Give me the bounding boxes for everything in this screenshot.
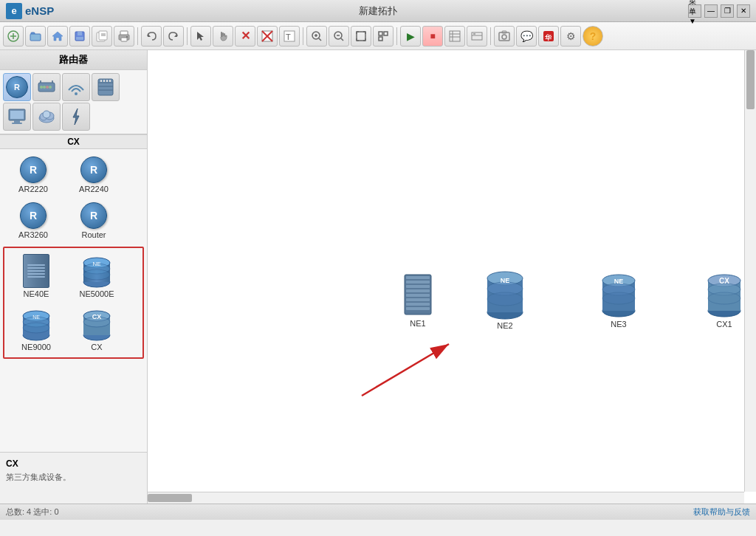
svg-text:华: 华 (544, 34, 552, 41)
svg-point-16 (126, 36, 128, 38)
ar2220-label: AR2220 (18, 185, 48, 193)
sidebar-scroll-area[interactable]: R AR2220 R AR2240 R AR3260 R Router (0, 149, 147, 452)
svg-point-62 (46, 86, 49, 89)
screenshot-btn[interactable] (494, 26, 515, 47)
help-btn[interactable]: ? (583, 26, 603, 47)
device-NE9000[interactable]: NE NE9000 (7, 304, 65, 354)
ne2-icon: NE (484, 268, 526, 320)
select-btn[interactable] (190, 26, 211, 47)
status-count: 总数: 4 选中: 0 (6, 506, 59, 518)
start-btn[interactable]: ▶ (400, 26, 421, 47)
device-NE5000E[interactable]: NE NE5000E (68, 251, 126, 301)
svg-rect-78 (12, 123, 22, 124)
sidebar-icons-top: R (0, 70, 147, 134)
restore-btn[interactable]: ❐ (721, 4, 734, 18)
hand-btn[interactable] (213, 26, 233, 47)
cx1-label: CX1 (716, 320, 732, 329)
topo-diagram-btn[interactable] (467, 26, 487, 47)
sidebar-pc-type-btn[interactable] (3, 103, 31, 131)
device-AR2240[interactable]: R AR2240 (65, 154, 123, 196)
status-help[interactable]: 获取帮助与反馈 (693, 506, 750, 518)
ar3260-label: AR3260 (18, 230, 48, 239)
text-btn[interactable]: T (279, 26, 300, 47)
ne2-label: NE2 (497, 321, 512, 330)
logo-e: e (6, 3, 22, 19)
svg-rect-35 (357, 32, 365, 41)
canvas-arrow (148, 50, 756, 504)
config-table-btn[interactable] (444, 26, 465, 47)
save-as-btn[interactable] (92, 26, 112, 47)
canvas-vscrollbar[interactable] (744, 50, 756, 492)
canvas-device-CX1[interactable]: CX CX1 (705, 270, 743, 329)
zoom-area-btn[interactable] (306, 26, 327, 47)
vscroll-thumb[interactable] (746, 50, 755, 109)
sidebar-switch-type-btn[interactable] (32, 73, 61, 101)
canvas-hscrollbar[interactable] (148, 492, 744, 504)
close-btn[interactable]: ✕ (737, 4, 750, 18)
zoom-out-btn[interactable] (329, 26, 349, 47)
print-btn[interactable] (114, 26, 134, 47)
canvas-device-NE2[interactable]: NE NE2 (484, 268, 526, 330)
sidebar-firewall-type-btn[interactable] (92, 73, 120, 101)
svg-line-129 (362, 344, 449, 396)
undo-btn[interactable] (141, 26, 162, 47)
svg-text:NE: NE (92, 261, 100, 267)
canvas-device-NE3[interactable]: NE NE3 (599, 270, 638, 329)
fit-btn[interactable] (351, 26, 371, 47)
svg-point-82 (43, 111, 50, 118)
canvas-device-NE1[interactable]: NE1 (399, 272, 437, 328)
device-Router[interactable]: R Router (65, 199, 123, 242)
pc-icon (7, 106, 27, 127)
canvas-area[interactable]: NE1 NE NE2 (148, 50, 756, 504)
svg-text:CX: CX (719, 277, 729, 285)
svg-rect-53 (473, 33, 475, 35)
settings-btn[interactable]: ⚙ (560, 26, 581, 47)
ne1-label: NE1 (410, 319, 425, 328)
svg-line-29 (319, 38, 321, 41)
svg-rect-109 (406, 307, 430, 310)
open-topology-btn[interactable] (25, 26, 46, 47)
minimize-btn[interactable]: — (704, 4, 718, 18)
svg-point-94 (23, 323, 49, 333)
sidebar-bottom: CX 第三方集成设备。 (0, 452, 147, 504)
device-CX-sidebar[interactable]: CX CX (68, 304, 126, 354)
svg-rect-77 (14, 120, 20, 123)
device-AR3260[interactable]: R AR3260 (4, 199, 62, 242)
hscroll-thumb[interactable] (148, 494, 192, 502)
svg-point-60 (40, 86, 43, 89)
sidebar-wireless-type-btn[interactable] (62, 73, 90, 101)
custom-btn[interactable] (373, 26, 394, 47)
svg-point-114 (487, 292, 523, 306)
svg-rect-105 (406, 289, 430, 292)
brand-btn[interactable]: 华 (538, 26, 559, 47)
svg-point-88 (83, 269, 110, 280)
redo-btn[interactable] (163, 26, 184, 47)
ne40e-icon (23, 254, 49, 288)
message-btn[interactable]: 💬 (516, 26, 537, 47)
cx-divider-label: CX (0, 134, 147, 149)
sidebar-router-type-btn[interactable]: R (3, 73, 31, 101)
wireless-icon (66, 77, 86, 97)
menu-btn[interactable]: 菜 单▼ (688, 4, 701, 18)
device-NE40E[interactable]: NE40E (7, 251, 65, 301)
svg-rect-44 (379, 32, 382, 35)
eraser-btn[interactable] (257, 26, 278, 47)
window-title: 新建拓扑 (359, 4, 397, 18)
list-bottom-padding (0, 359, 147, 374)
svg-point-56 (502, 35, 506, 39)
svg-rect-45 (384, 32, 388, 35)
svg-rect-104 (406, 285, 430, 288)
device-AR2220[interactable]: R AR2220 (4, 154, 62, 196)
save-btn[interactable] (69, 26, 90, 47)
stop-btn[interactable]: ■ (422, 26, 443, 47)
toolbar: ✕ T ▶ ■ 💬 华 ⚙ ? (0, 22, 756, 50)
new-topology-btn[interactable] (3, 26, 24, 47)
sidebar-cloud-type-btn[interactable] (32, 103, 61, 131)
svg-rect-102 (406, 276, 430, 279)
sidebar-other-type-btn[interactable] (62, 103, 90, 131)
delete-btn[interactable]: ✕ (235, 26, 255, 47)
home-btn[interactable] (47, 26, 68, 47)
switch-icon (36, 77, 57, 97)
lightning-icon (66, 106, 86, 127)
firewall-icon (95, 77, 116, 97)
